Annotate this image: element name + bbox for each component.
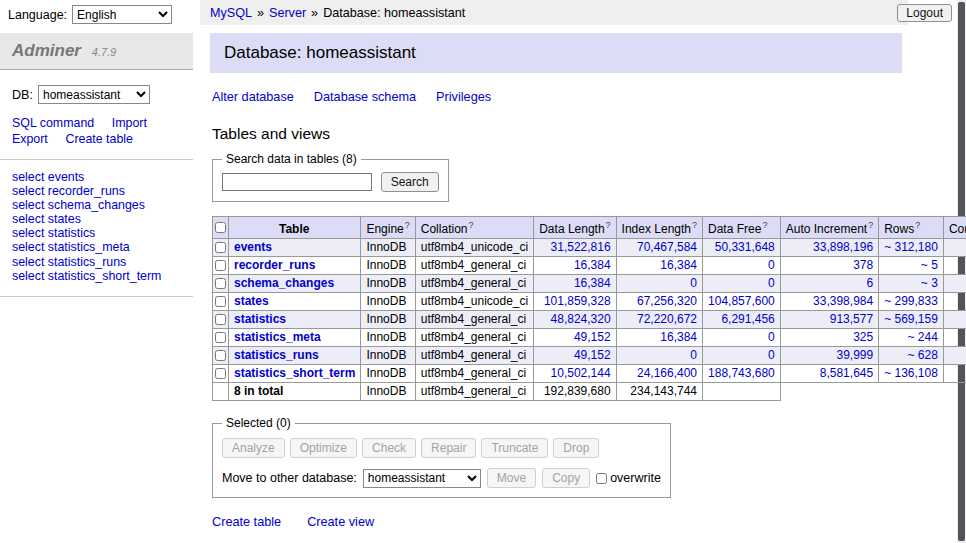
column-help-link[interactable]: ? — [606, 220, 611, 230]
row-checkbox[interactable] — [215, 314, 226, 325]
index-length-link[interactable]: 72,220,672 — [637, 312, 697, 326]
table-name-link[interactable]: statistics_short_term — [234, 366, 355, 380]
data-free-link[interactable]: 0 — [768, 348, 775, 362]
index-length-link[interactable]: 16,384 — [660, 258, 697, 272]
breadcrumb-link-mysql[interactable]: MySQL — [210, 6, 252, 20]
auto-increment-link[interactable]: 33,898,196 — [813, 240, 873, 254]
sidebar-action-link[interactable]: Import — [112, 116, 147, 131]
create-link[interactable]: Create view — [307, 515, 374, 529]
auto-increment-link[interactable]: 39,999 — [836, 348, 873, 362]
data-length-link[interactable]: 16,384 — [574, 276, 611, 290]
rows-count-link[interactable]: ~ 5 — [921, 258, 938, 272]
sidebar-table-link[interactable]: select statistics_meta — [12, 241, 181, 254]
data-free-link[interactable]: 50,331,648 — [715, 240, 775, 254]
database-link[interactable]: Database schema — [314, 90, 416, 104]
column-header: Index Length? — [616, 217, 702, 239]
sidebar-table-link[interactable]: select statistics_runs — [12, 256, 181, 269]
sidebar-action-link[interactable]: SQL command — [12, 116, 94, 131]
move-button[interactable]: Move — [487, 468, 536, 488]
database-link[interactable]: Privileges — [436, 90, 491, 104]
rows-count-link[interactable]: ~ 628 — [908, 348, 938, 362]
index-length-link[interactable]: 24,166,400 — [637, 366, 697, 380]
selected-action-button[interactable]: Drop — [553, 438, 599, 458]
row-checkbox[interactable] — [215, 368, 226, 379]
rows-count-link[interactable]: ~ 3 — [921, 276, 938, 290]
table-name-link[interactable]: recorder_runs — [234, 258, 315, 272]
index-length-link[interactable]: 67,256,320 — [637, 294, 697, 308]
row-checkbox[interactable] — [215, 242, 226, 253]
column-help-link[interactable]: ? — [692, 220, 697, 230]
language-select[interactable]: English — [72, 5, 172, 24]
column-help-link[interactable]: ? — [468, 220, 473, 230]
auto-increment-link[interactable]: 913,577 — [830, 312, 873, 326]
sidebar-table-link[interactable]: select states — [12, 213, 181, 226]
index-length-link[interactable]: 70,467,584 — [637, 240, 697, 254]
data-free-link[interactable]: 188,743,680 — [708, 366, 775, 380]
sidebar-table-link[interactable]: select statistics_short_term — [12, 270, 181, 283]
table-name-link[interactable]: events — [234, 240, 272, 254]
auto-increment-link[interactable]: 8,581,645 — [820, 366, 873, 380]
column-help-link[interactable]: ? — [405, 220, 410, 230]
selected-action-button[interactable]: Repair — [421, 438, 476, 458]
rows-count-link[interactable]: ~ 244 — [908, 330, 938, 344]
selected-action-button[interactable]: Optimize — [290, 438, 357, 458]
table-name-link[interactable]: states — [234, 294, 269, 308]
row-checkbox[interactable] — [215, 332, 226, 343]
sidebar-action-link[interactable]: Export — [12, 132, 48, 147]
auto-increment-link[interactable]: 378 — [853, 258, 873, 272]
data-length-link[interactable]: 16,384 — [574, 258, 611, 272]
sidebar-table-link[interactable]: select recorder_runs — [12, 185, 181, 198]
row-checkbox[interactable] — [215, 278, 226, 289]
auto-increment-link[interactable]: 6 — [866, 276, 873, 290]
selected-action-button[interactable]: Truncate — [481, 438, 548, 458]
column-help-link[interactable]: ? — [868, 220, 873, 230]
create-link[interactable]: Create table — [212, 515, 281, 529]
db-select[interactable]: homeassistant — [38, 85, 150, 104]
data-free-link[interactable]: 0 — [768, 258, 775, 272]
logout-button[interactable]: Logout — [897, 4, 952, 22]
rows-count-link[interactable]: ~ 312,180 — [884, 240, 938, 254]
column-help-link[interactable]: ? — [762, 220, 767, 230]
rows-count-link[interactable]: ~ 299,833 — [884, 294, 938, 308]
database-link[interactable]: Alter database — [212, 90, 294, 104]
search-input[interactable] — [222, 173, 372, 191]
breadcrumb-link-server[interactable]: Server — [269, 6, 306, 20]
selected-action-button[interactable]: Analyze — [222, 438, 285, 458]
data-free-link[interactable]: 0 — [768, 330, 775, 344]
column-help-link[interactable]: ? — [915, 220, 920, 230]
rows-count-link[interactable]: ~ 569,159 — [884, 312, 938, 326]
table-name-link[interactable]: statistics — [234, 312, 286, 326]
table-name-link[interactable]: statistics_runs — [234, 348, 319, 362]
data-free-link[interactable]: 0 — [768, 276, 775, 290]
sidebar-table-link[interactable]: select events — [12, 171, 181, 184]
data-length-link[interactable]: 48,824,320 — [551, 312, 611, 326]
data-length-link[interactable]: 49,152 — [574, 330, 611, 344]
data-length-link[interactable]: 101,859,328 — [544, 294, 611, 308]
index-length-link[interactable]: 0 — [690, 276, 697, 290]
auto-increment-link[interactable]: 325 — [853, 330, 873, 344]
row-checkbox[interactable] — [215, 296, 226, 307]
index-length-link[interactable]: 0 — [690, 348, 697, 362]
sidebar-action-link[interactable]: Create table — [65, 132, 133, 147]
search-button[interactable]: Search — [381, 172, 439, 192]
selected-action-button[interactable]: Check — [362, 438, 416, 458]
table-name-link[interactable]: statistics_meta — [234, 330, 321, 344]
move-db-select[interactable]: homeassistant — [363, 469, 481, 488]
sidebar-table-link[interactable]: select schema_changes — [12, 199, 181, 212]
rows-count-link[interactable]: ~ 136,108 — [884, 366, 938, 380]
table-name-link[interactable]: schema_changes — [234, 276, 334, 290]
copy-button[interactable]: Copy — [542, 468, 590, 488]
data-free-link[interactable]: 6,291,456 — [721, 312, 774, 326]
data-free-link[interactable]: 104,857,600 — [708, 294, 775, 308]
auto-increment-link[interactable]: 33,398,984 — [813, 294, 873, 308]
index-length-link[interactable]: 16,384 — [660, 330, 697, 344]
total-collation-cell: utf8mb4_general_ci — [415, 383, 533, 401]
row-checkbox[interactable] — [215, 350, 226, 361]
data-length-link[interactable]: 49,152 — [574, 348, 611, 362]
select-all-checkbox[interactable] — [215, 222, 226, 233]
sidebar-table-link[interactable]: select statistics — [12, 227, 181, 240]
data-length-link[interactable]: 31,522,816 — [551, 240, 611, 254]
row-checkbox[interactable] — [215, 260, 226, 271]
data-length-link[interactable]: 10,502,144 — [551, 366, 611, 380]
overwrite-checkbox[interactable] — [596, 473, 607, 484]
